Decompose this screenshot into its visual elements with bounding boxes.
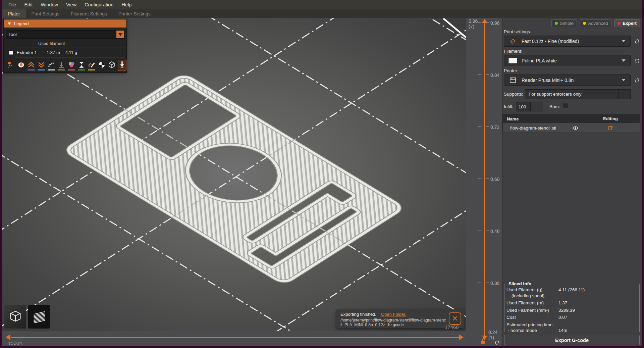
tab-plater[interactable]: Plater: [2, 9, 26, 18]
travel-moves-icon[interactable]: [7, 60, 15, 70]
view-3d-editor-button[interactable]: [4, 305, 26, 329]
tab-print-settings[interactable]: Print Settings: [26, 9, 65, 18]
wipe-icon[interactable]: [17, 60, 25, 70]
retractions-icon[interactable]: [27, 60, 35, 70]
pause-prints-icon[interactable]: [77, 60, 86, 70]
center-of-mass-icon[interactable]: [98, 60, 106, 70]
move-slider-left-arrow[interactable]: [6, 334, 10, 340]
tab-filament-settings[interactable]: Filament Settings: [65, 9, 113, 18]
visibility-eye-icon[interactable]: [572, 126, 579, 131]
mode-advanced-button[interactable]: Advanced: [580, 19, 611, 27]
move-slider-max-label: 17468: [445, 324, 459, 330]
slider-settings-gear-icon[interactable]: [494, 340, 500, 347]
open-folder-link[interactable]: Open Folder.: [381, 312, 406, 317]
infill-dropdown-button[interactable]: [530, 102, 543, 111]
filament-dropdown[interactable]: Priline PLA white: [504, 55, 631, 66]
legend-view-type-dropdown[interactable]: Tool: [6, 30, 124, 39]
layer-slider-column: 0.96(7) 0.96 0.84 0.72 0.60 0.48 0.36 0.…: [466, 18, 502, 346]
printer-gear-button[interactable]: [633, 76, 641, 85]
printer-icon: [509, 77, 517, 84]
menu-help[interactable]: Help: [118, 1, 135, 9]
dropdown-caret-icon: [622, 59, 626, 62]
tab-printer-settings[interactable]: Printer Settings: [113, 9, 156, 18]
supports-label: Supports:: [504, 92, 523, 97]
layer-slider-lower-value: 0.24(1): [488, 330, 497, 340]
brim-label: Brim:: [549, 104, 560, 109]
tool-changes-icon[interactable]: [57, 60, 65, 70]
used-filament-header: Used filament: [4, 39, 126, 48]
move-slider-right-arrow[interactable]: [459, 334, 464, 340]
menu-file[interactable]: File: [5, 1, 20, 9]
infill-label: Infill:: [504, 104, 513, 109]
preset-gear-icon: [509, 38, 516, 45]
expert-dot-icon: [618, 22, 621, 25]
legend-header[interactable]: Legend: [4, 19, 126, 28]
layers-preview-icon: [32, 309, 47, 324]
filament-label: Filament:: [504, 49, 523, 54]
extruder-color-swatch: [9, 51, 13, 55]
infill-input[interactable]: 100: [516, 102, 530, 111]
print-settings-gear-button[interactable]: [633, 37, 641, 46]
export-gcode-button[interactable]: Export G-code: [504, 335, 640, 345]
object-settings-icon[interactable]: [607, 125, 613, 131]
simple-dot-icon: [555, 22, 558, 25]
print-settings-dropdown[interactable]: Fast 0.12z - Fine (modified): [504, 36, 631, 47]
filament-color-swatch: [508, 58, 517, 63]
cube-3d-icon: [8, 309, 23, 324]
dropdown-caret-icon: [622, 40, 626, 42]
exported-path: /home/jeremy/print/flow-diagram-stencil/…: [340, 318, 446, 327]
move-slider-min-label: 15504: [8, 340, 22, 346]
menu-edit[interactable]: Edit: [20, 1, 36, 9]
feature-type-toolbar: [4, 57, 126, 72]
brim-checkbox[interactable]: [563, 103, 568, 108]
notification-message: Exporting finished.: [340, 312, 376, 317]
legend-panel: Legend Tool Used filament Extruder 1 1.3…: [3, 19, 127, 73]
dropdown-caret-icon: [622, 79, 626, 81]
menu-bar: File Edit Window View Configuration Help: [2, 0, 642, 9]
color-changes-icon[interactable]: [67, 60, 75, 70]
shells-icon[interactable]: [108, 60, 116, 70]
unlock-icon[interactable]: [480, 338, 487, 346]
custom-gcodes-icon[interactable]: [88, 60, 96, 70]
print-settings-label: Print settings:: [504, 29, 531, 34]
printer-dropdown[interactable]: Reeder Prusa Mini+ 0.8n: [504, 74, 631, 86]
mode-simple-button[interactable]: Simple: [551, 19, 577, 27]
objects-table-header: Name Editing: [503, 114, 640, 123]
sliced-info-panel: Sliced Info Used Filament (g)4.11 (268.1…: [504, 284, 640, 332]
settings-sidebar: Simple Advanced Expert Print settings: F…: [502, 18, 642, 346]
collapse-triangle-icon: [8, 22, 11, 25]
advanced-dot-icon: [583, 22, 586, 25]
filament-gear-button[interactable]: [633, 56, 641, 65]
tab-bar: Plater Print Settings Filament Settings …: [2, 9, 642, 18]
view-gcode-preview-button[interactable]: [28, 305, 50, 329]
tool-marker-icon[interactable]: [118, 60, 126, 70]
menu-configuration[interactable]: Configuration: [81, 1, 117, 9]
seams-icon[interactable]: [47, 60, 55, 70]
printer-label: Printer:: [504, 68, 519, 73]
deretractions-icon[interactable]: [37, 60, 45, 70]
dropdown-caret-icon[interactable]: [116, 31, 124, 38]
menu-window[interactable]: Window: [37, 1, 62, 9]
move-slider-strip: 15504: [2, 331, 466, 346]
object-row[interactable]: flow-diagram-stencil.stl: [503, 123, 640, 133]
objects-table: Name Editing flow-diagram-stencil.stl: [502, 114, 640, 133]
legend-title: Legend: [14, 21, 29, 26]
menu-view[interactable]: View: [62, 1, 80, 9]
close-notification-button[interactable]: ✕: [449, 312, 461, 325]
mode-expert-button[interactable]: Expert: [614, 19, 640, 27]
extruder-row: Extruder 1 1.37 m 4.11 g: [4, 48, 126, 57]
mode-selector: Simple Advanced Expert: [502, 19, 640, 27]
object-name: flow-diagram-stencil.stl: [503, 126, 570, 131]
move-slider-track[interactable]: [11, 337, 460, 338]
supports-dropdown[interactable]: For support enforcers only: [525, 89, 631, 99]
